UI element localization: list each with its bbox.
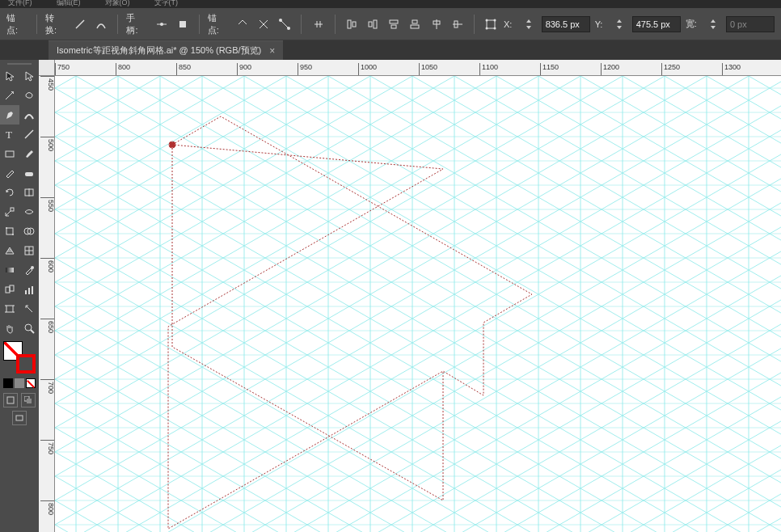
align-icon[interactable]: [450, 15, 466, 33]
shape-builder-tool[interactable]: [19, 222, 39, 241]
canvas[interactable]: [55, 76, 781, 532]
free-transform-tool[interactable]: [0, 222, 19, 241]
y-label: Y:: [595, 19, 603, 29]
svg-rect-1: [179, 21, 186, 27]
color-swatch[interactable]: [3, 378, 13, 388]
rotate-tool[interactable]: [0, 183, 19, 202]
x-label: X:: [504, 19, 512, 29]
y-input[interactable]: [632, 16, 681, 32]
magic-wand-tool[interactable]: [0, 86, 19, 105]
svg-rect-35: [25, 290, 27, 294]
remove-anchor-icon[interactable]: [234, 15, 251, 33]
pen-tool[interactable]: [0, 105, 19, 125]
fill-stroke-indicator[interactable]: [2, 340, 37, 375]
eyedropper-tool[interactable]: [19, 260, 39, 280]
screen-mode-icon[interactable]: [12, 411, 27, 425]
add-anchor-icon[interactable]: [255, 15, 272, 33]
type-tool[interactable]: T: [0, 125, 19, 144]
svg-point-39: [25, 324, 32, 331]
pencil-tool[interactable]: [0, 163, 19, 183]
width-tool[interactable]: [19, 202, 39, 222]
align-icon[interactable]: [365, 15, 381, 33]
mesh-tool[interactable]: [19, 241, 39, 260]
zoom-tool[interactable]: [19, 319, 39, 338]
connect-anchor-icon[interactable]: [277, 15, 293, 33]
svg-rect-5: [353, 22, 356, 27]
transform-ref-icon[interactable]: [483, 15, 499, 33]
none-swatch[interactable]: [26, 378, 36, 388]
eraser-tool[interactable]: [19, 163, 39, 183]
direct-selection-tool[interactable]: [19, 66, 39, 86]
svg-point-18: [493, 27, 496, 29]
rectangle-tool[interactable]: [0, 144, 19, 163]
handle-label: 手柄:: [126, 12, 145, 36]
align-icon[interactable]: [407, 15, 423, 33]
stepper-icon[interactable]: [705, 15, 721, 33]
svg-rect-42: [27, 399, 32, 403]
stroke-color[interactable]: [16, 354, 36, 374]
svg-rect-14: [487, 20, 495, 28]
menu-item[interactable]: 编辑(E): [57, 0, 81, 8]
convert-smooth-icon[interactable]: [93, 15, 109, 33]
w-input[interactable]: [726, 16, 775, 32]
gradient-tool[interactable]: [0, 260, 19, 280]
svg-rect-6: [369, 22, 372, 27]
svg-point-27: [12, 234, 14, 235]
svg-rect-24: [11, 208, 14, 211]
draw-behind-icon[interactable]: [21, 393, 36, 407]
blend-tool[interactable]: [0, 280, 19, 299]
svg-rect-40: [7, 397, 14, 403]
paintbrush-tool[interactable]: [19, 144, 39, 163]
convert-label: 转换:: [45, 12, 64, 36]
close-tab-icon[interactable]: ×: [269, 45, 275, 57]
svg-rect-7: [374, 20, 377, 28]
svg-rect-9: [391, 25, 396, 28]
svg-point-16: [493, 19, 496, 21]
stepper-icon[interactable]: [520, 15, 536, 33]
artboard-tool[interactable]: [0, 299, 19, 319]
ruler-origin[interactable]: [39, 60, 55, 76]
menu-item[interactable]: 对象(O): [105, 0, 130, 8]
svg-rect-25: [6, 228, 13, 234]
toolbox: T: [0, 60, 39, 532]
line-tool[interactable]: [19, 125, 39, 144]
svg-rect-8: [390, 20, 398, 23]
w-label: 宽:: [686, 18, 697, 30]
svg-point-3: [287, 27, 290, 30]
align-icon[interactable]: [386, 15, 402, 33]
svg-point-15: [485, 19, 488, 21]
svg-rect-11: [411, 25, 419, 28]
slice-tool[interactable]: [19, 299, 39, 319]
align-icon[interactable]: [428, 15, 444, 33]
lasso-tool[interactable]: [19, 86, 39, 105]
svg-point-26: [6, 227, 7, 229]
draw-normal-icon[interactable]: [3, 393, 18, 407]
svg-rect-4: [348, 20, 351, 28]
svg-rect-34: [10, 285, 14, 291]
align-icon[interactable]: [344, 15, 360, 33]
gradient-swatch[interactable]: [15, 378, 24, 388]
stepper-icon[interactable]: [610, 15, 627, 33]
svg-point-32: [31, 266, 34, 269]
vertical-ruler[interactable]: 450 500 550 600 650 700 750 800: [39, 76, 55, 532]
x-input[interactable]: [542, 16, 590, 32]
selection-tool[interactable]: [0, 66, 19, 86]
menu-item[interactable]: 文字(T): [154, 0, 179, 8]
svg-text:T: T: [6, 129, 12, 140]
convert-corner-icon[interactable]: [72, 15, 88, 33]
cut-path-icon[interactable]: [310, 15, 326, 33]
reflect-tool[interactable]: [19, 183, 39, 202]
tab-title: Isometric等距视角斜角网格.ai* @ 150% (RGB/预览): [57, 44, 261, 57]
menu-item[interactable]: 文件(F): [8, 0, 32, 8]
handle-show-icon[interactable]: [153, 15, 169, 33]
handle-hide-icon[interactable]: [175, 15, 191, 33]
document-tab[interactable]: Isometric等距视角斜角网格.ai* @ 150% (RGB/预览) ×: [49, 40, 283, 60]
column-graph-tool[interactable]: [19, 280, 39, 299]
hand-tool[interactable]: [0, 319, 19, 338]
curvature-tool[interactable]: [19, 105, 39, 125]
svg-rect-21: [6, 151, 14, 157]
horizontal-ruler[interactable]: 750 800 850 900 950 1000 1050 1100 1150 …: [55, 60, 781, 76]
svg-rect-38: [6, 306, 13, 312]
scale-tool[interactable]: [0, 202, 19, 222]
perspective-grid-tool[interactable]: [0, 241, 19, 260]
